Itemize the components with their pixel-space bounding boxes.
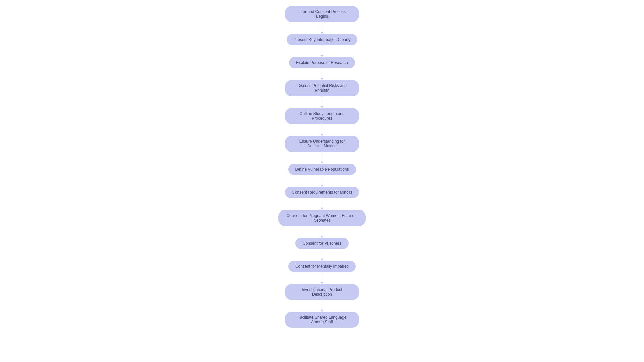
node-11: Consent for Mentally Impaired	[288, 261, 356, 272]
flow-arrow-4	[322, 96, 322, 108]
node-2: Present Key Information Clearly	[287, 34, 357, 45]
node-6: Ensure Understanding for Decision Making	[285, 136, 359, 152]
flow-arrow-5	[322, 124, 322, 136]
node-5: Outline Study Length and Procedures	[285, 108, 359, 124]
flow-arrow-2	[322, 45, 322, 57]
flow-arrow-7	[322, 175, 322, 187]
flow-arrow-8	[322, 198, 322, 210]
node-4: Discuss Potential Risks and Benefits	[285, 80, 359, 96]
node-12: Investigational Product Description	[285, 284, 359, 300]
flow-arrow-12	[322, 300, 322, 312]
flow-arrow-3	[322, 68, 322, 80]
flow-arrow-6	[322, 152, 322, 164]
node-3: Explain Purpose of Research	[289, 57, 355, 68]
flow-arrow-10	[322, 249, 322, 261]
node-13: Facilitate Shared Language Among Staff	[285, 312, 359, 328]
flow-arrow-1	[322, 22, 322, 34]
flowchart: Informed Consent Process BeginsPresent K…	[255, 6, 389, 328]
node-1: Informed Consent Process Begins	[285, 6, 359, 22]
node-8: Consent Requirements for Minors	[285, 187, 359, 198]
node-10: Consent for Prisoners	[295, 238, 349, 249]
node-7: Define Vulnerable Populations	[288, 164, 356, 175]
node-9: Consent for Pregnant Women, Fetuses, Neo…	[278, 210, 366, 226]
flow-arrow-9	[322, 226, 322, 238]
flow-arrow-11	[322, 272, 322, 284]
